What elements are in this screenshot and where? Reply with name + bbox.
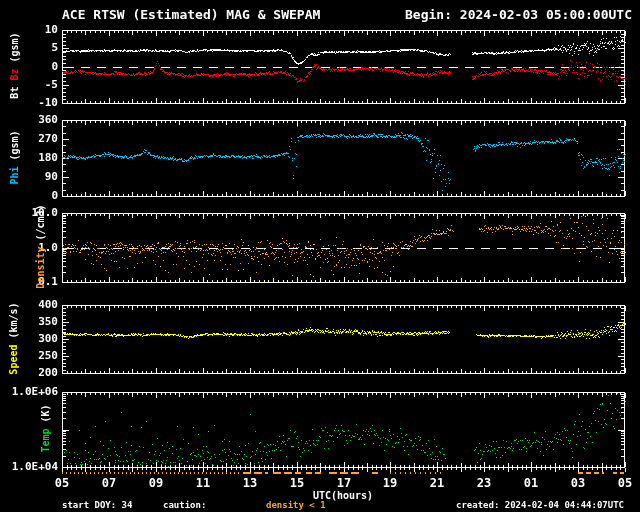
plot-canvas bbox=[0, 0, 640, 512]
panel-ylabel-part: (/cm3) bbox=[35, 204, 46, 246]
x-tick-label: 21 bbox=[424, 477, 450, 490]
caution-label: caution: bbox=[163, 501, 206, 511]
x-tick-label: 23 bbox=[471, 477, 497, 490]
panel-ylabel-part: Temp bbox=[40, 429, 51, 453]
created-timestamp: created: 2024-02-04 04:44:07UTC bbox=[404, 501, 624, 511]
start-doy-label: start DOY: 34 bbox=[62, 501, 132, 511]
y-tick-label: 1.0 bbox=[0, 242, 58, 254]
panel-ylabel-part: Phi bbox=[9, 166, 20, 184]
panel-ylabel-part: Density bbox=[35, 247, 46, 289]
x-tick-label: 09 bbox=[143, 477, 169, 490]
x-tick-label: 19 bbox=[377, 477, 403, 490]
begin-timestamp: Begin: 2024-02-03 05:00:00UTC bbox=[352, 8, 632, 22]
x-tick-label: 07 bbox=[96, 477, 122, 490]
caution-value: density < 1 bbox=[266, 501, 326, 511]
x-tick-label: 05 bbox=[612, 477, 638, 490]
ace-rtsw-plot: ACE RTSW (Estimated) MAG & SWEPAM Begin:… bbox=[0, 0, 640, 512]
x-tick-label: 03 bbox=[565, 477, 591, 490]
x-tick-label: 15 bbox=[284, 477, 310, 490]
panel-ylabel-part: (gsm) bbox=[9, 130, 20, 166]
x-tick-label: 17 bbox=[331, 477, 357, 490]
panel-ylabel-part: (gsm) bbox=[9, 32, 20, 68]
x-tick-label: 05 bbox=[49, 477, 75, 490]
x-tick-label: 11 bbox=[190, 477, 216, 490]
x-tick-label: 01 bbox=[518, 477, 544, 490]
y-tick-label: 10.0 bbox=[0, 207, 58, 219]
plot-title: ACE RTSW (Estimated) MAG & SWEPAM bbox=[62, 8, 320, 22]
x-tick-label: 13 bbox=[237, 477, 263, 490]
panel-ylabel-part: (K) bbox=[40, 404, 51, 428]
panel-ylabel-part: Speed bbox=[8, 344, 19, 374]
panel-ylabel-part: (km/s) bbox=[8, 302, 19, 344]
